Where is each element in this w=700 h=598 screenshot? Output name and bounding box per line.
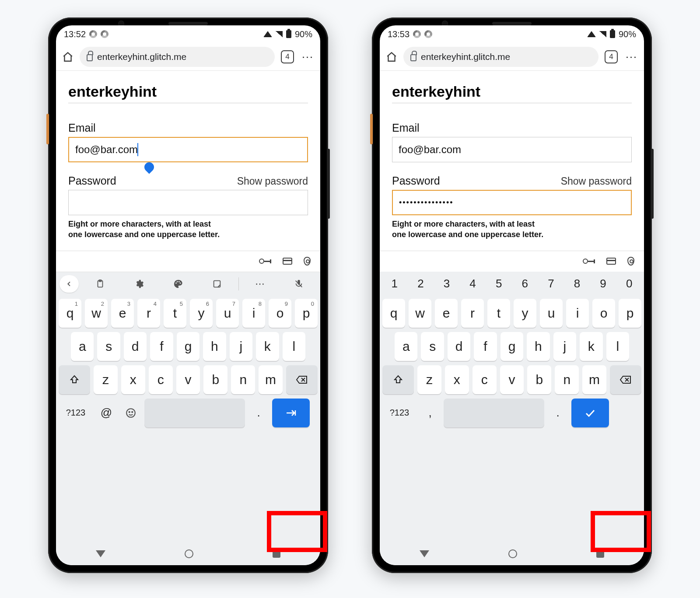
gear-icon[interactable] bbox=[121, 279, 157, 289]
key-c[interactable]: c bbox=[149, 365, 173, 394]
key-y[interactable]: y bbox=[514, 299, 536, 328]
period-key[interactable]: . bbox=[248, 399, 270, 427]
key-q[interactable]: q bbox=[382, 299, 405, 328]
tab-switcher[interactable]: 4 bbox=[281, 50, 294, 63]
nav-recent-icon[interactable] bbox=[596, 550, 604, 558]
numkey-1[interactable]: 1 bbox=[382, 277, 408, 290]
key-p[interactable]: p0 bbox=[295, 299, 318, 328]
key-k[interactable]: k bbox=[256, 332, 279, 361]
password-key-icon[interactable] bbox=[583, 259, 595, 264]
key-z[interactable]: z bbox=[417, 365, 441, 394]
key-e[interactable]: e bbox=[435, 299, 458, 328]
email-input[interactable]: foo@bar.com bbox=[68, 137, 308, 162]
email-input[interactable]: foo@bar.com bbox=[392, 137, 632, 162]
key-z[interactable]: z bbox=[94, 365, 118, 394]
key-w[interactable]: w2 bbox=[85, 299, 108, 328]
key-v[interactable]: v bbox=[500, 365, 524, 394]
payment-card-icon[interactable] bbox=[606, 258, 616, 265]
show-password-toggle[interactable]: Show password bbox=[237, 175, 308, 187]
key-y[interactable]: y6 bbox=[190, 299, 213, 328]
nav-back-icon[interactable] bbox=[96, 550, 105, 557]
key-k[interactable]: k bbox=[580, 332, 602, 361]
location-pin-icon[interactable] bbox=[627, 257, 634, 266]
key-j[interactable]: j bbox=[230, 332, 252, 361]
key-h[interactable]: h bbox=[527, 332, 550, 361]
numkey-0[interactable]: 0 bbox=[616, 277, 642, 290]
key-m[interactable]: m bbox=[259, 365, 283, 394]
more-menu-icon[interactable]: ⋮ bbox=[301, 50, 314, 64]
sticker-icon[interactable] bbox=[200, 279, 235, 289]
backspace-key[interactable] bbox=[286, 365, 318, 394]
key-s[interactable]: s bbox=[97, 332, 120, 361]
key-m[interactable]: m bbox=[582, 365, 606, 394]
key-d[interactable]: d bbox=[124, 332, 147, 361]
key-u[interactable]: u7 bbox=[216, 299, 239, 328]
key-o[interactable]: o bbox=[592, 299, 615, 328]
more-menu-icon[interactable]: ⋮ bbox=[624, 50, 638, 64]
key-q[interactable]: q1 bbox=[59, 299, 81, 328]
palette-icon[interactable] bbox=[160, 279, 196, 289]
key-c[interactable]: c bbox=[472, 365, 497, 394]
location-pin-icon[interactable] bbox=[304, 257, 311, 266]
key-n[interactable]: n bbox=[231, 365, 255, 394]
key-g[interactable]: g bbox=[177, 332, 200, 361]
key-i[interactable]: i8 bbox=[242, 299, 265, 328]
symbols-key[interactable]: ?123 bbox=[382, 399, 416, 427]
key-w[interactable]: w bbox=[409, 299, 431, 328]
shift-key[interactable] bbox=[382, 365, 414, 394]
key-x[interactable]: x bbox=[121, 365, 145, 394]
numkey-5[interactable]: 5 bbox=[486, 277, 512, 290]
backspace-key[interactable] bbox=[610, 365, 641, 394]
key-r[interactable]: r bbox=[461, 299, 484, 328]
nav-home-icon[interactable] bbox=[508, 549, 517, 558]
numkey-8[interactable]: 8 bbox=[564, 277, 590, 290]
numkey-6[interactable]: 6 bbox=[512, 277, 538, 290]
space-key[interactable] bbox=[144, 399, 245, 427]
key-a[interactable]: a bbox=[395, 332, 417, 361]
enter-key-done[interactable] bbox=[571, 399, 609, 427]
key-l[interactable]: l bbox=[606, 332, 629, 361]
key-l[interactable]: l bbox=[283, 332, 305, 361]
password-input[interactable] bbox=[68, 190, 308, 215]
key-a[interactable]: a bbox=[71, 332, 94, 361]
key-r[interactable]: r4 bbox=[137, 299, 160, 328]
address-bar[interactable]: enterkeyhint.glitch.me bbox=[403, 47, 598, 67]
key-f[interactable]: f bbox=[150, 332, 173, 361]
key-e[interactable]: e3 bbox=[111, 299, 134, 328]
period-key[interactable]: . bbox=[547, 399, 569, 427]
numkey-3[interactable]: 3 bbox=[434, 277, 460, 290]
mic-off-icon[interactable] bbox=[281, 279, 317, 289]
more-dots-icon[interactable]: ⋯ bbox=[242, 278, 278, 290]
key-g[interactable]: g bbox=[500, 332, 523, 361]
nav-home-icon[interactable] bbox=[185, 549, 193, 558]
numkey-2[interactable]: 2 bbox=[408, 277, 434, 290]
password-key-icon[interactable] bbox=[259, 259, 271, 264]
key-b[interactable]: b bbox=[527, 365, 551, 394]
at-key[interactable]: @ bbox=[95, 399, 117, 427]
key-n[interactable]: n bbox=[555, 365, 579, 394]
home-icon[interactable] bbox=[386, 51, 397, 63]
key-t[interactable]: t5 bbox=[164, 299, 186, 328]
payment-card-icon[interactable] bbox=[283, 258, 292, 265]
clipboard-icon[interactable] bbox=[82, 279, 118, 289]
nav-recent-icon[interactable] bbox=[273, 550, 280, 558]
numkey-4[interactable]: 4 bbox=[460, 277, 486, 290]
enter-key-next[interactable] bbox=[272, 399, 310, 427]
password-input[interactable]: ••••••••••••••• bbox=[392, 190, 632, 215]
key-h[interactable]: h bbox=[203, 332, 226, 361]
key-s[interactable]: s bbox=[421, 332, 444, 361]
key-o[interactable]: o9 bbox=[269, 299, 291, 328]
numkey-7[interactable]: 7 bbox=[538, 277, 564, 290]
key-f[interactable]: f bbox=[474, 332, 497, 361]
key-x[interactable]: x bbox=[445, 365, 469, 394]
key-j[interactable]: j bbox=[553, 332, 576, 361]
key-u[interactable]: u bbox=[540, 299, 563, 328]
show-password-toggle[interactable]: Show password bbox=[561, 175, 632, 187]
home-icon[interactable] bbox=[62, 51, 74, 63]
space-key[interactable] bbox=[444, 399, 544, 427]
nav-back-icon[interactable] bbox=[420, 550, 429, 557]
key-i[interactable]: i bbox=[566, 299, 589, 328]
key-v[interactable]: v bbox=[176, 365, 200, 394]
chevron-left-icon[interactable] bbox=[60, 275, 79, 293]
shift-key[interactable] bbox=[59, 365, 90, 394]
